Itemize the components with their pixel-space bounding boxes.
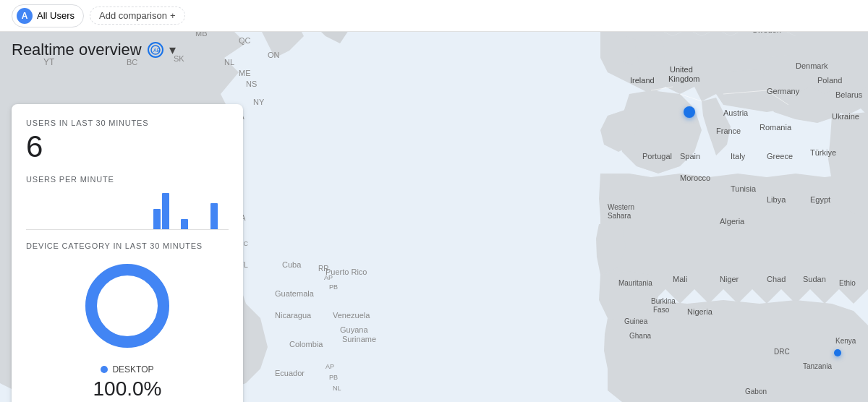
svg-text:Venezuela: Venezuela (333, 311, 370, 320)
legend-dot-desktop (101, 366, 108, 373)
svg-text:Guyana: Guyana (340, 325, 368, 334)
device-category-label: DEVICE CATEGORY IN LAST 30 MINUTES (26, 241, 229, 250)
svg-text:Greece: Greece (767, 152, 793, 161)
dropdown-arrow[interactable]: ▾ (169, 42, 176, 58)
svg-text:Germany: Germany (767, 87, 800, 95)
users-per-minute-label: USERS PER MINUTE (26, 175, 229, 184)
svg-text:Ghana: Ghana (629, 332, 651, 340)
svg-text:Belarus: Belarus (835, 90, 863, 99)
svg-text:ON: ON (268, 51, 280, 59)
svg-text:Spain: Spain (680, 152, 700, 161)
svg-text:Nigeria: Nigeria (687, 307, 713, 316)
svg-text:Mali: Mali (673, 275, 687, 283)
svg-text:NY: NY (253, 98, 265, 106)
svg-text:Nicaragua: Nicaragua (275, 311, 312, 320)
svg-text:AP: AP (326, 363, 334, 370)
page-title-area: Realtime overview AB ▾ (12, 32, 176, 65)
svg-text:Kingdom: Kingdom (668, 74, 699, 83)
users-per-minute-chart (26, 187, 229, 230)
svg-text:Colombia: Colombia (289, 340, 323, 348)
svg-text:Ukraine: Ukraine (832, 112, 859, 121)
svg-text:PB: PB (329, 374, 338, 381)
svg-text:Ethio: Ethio (839, 279, 856, 287)
svg-text:Ireland: Ireland (630, 76, 655, 85)
svg-text:Morocco: Morocco (680, 174, 710, 182)
svg-text:Ecuador: Ecuador (275, 369, 305, 377)
device-type-label: DESKTOP (112, 364, 153, 375)
all-users-button[interactable]: A All Users (12, 4, 84, 27)
device-legend: DESKTOP (101, 364, 153, 375)
svg-text:Gabon: Gabon (745, 388, 767, 395)
svg-text:Italy: Italy (731, 152, 746, 161)
uk-location-dot (684, 106, 695, 118)
stats-card: USERS IN LAST 30 MINUTES 6 USERS PER MIN… (12, 104, 243, 402)
kenya-location-dot (834, 349, 841, 356)
svg-text:NS: NS (246, 80, 257, 88)
svg-text:Guatemala: Guatemala (275, 289, 315, 298)
verified-badge: AB (148, 42, 163, 58)
svg-text:Faso: Faso (653, 306, 670, 314)
svg-point-95 (91, 270, 163, 342)
svg-text:Kenya: Kenya (835, 337, 856, 345)
add-comparison-label: Add comparison (99, 10, 167, 21)
svg-text:Egypt: Egypt (810, 195, 830, 204)
svg-text:NL: NL (224, 58, 234, 67)
svg-text:Austria: Austria (723, 108, 749, 117)
svg-text:Niger: Niger (720, 275, 739, 283)
svg-text:Poland: Poland (817, 76, 842, 85)
users-30min-value: 6 (26, 130, 229, 163)
verified-icon-container: AB (148, 42, 163, 58)
donut-chart-container: DESKTOP 100.0% (26, 259, 229, 401)
svg-text:Chad: Chad (767, 275, 786, 283)
svg-text:Sudan: Sudan (803, 275, 826, 283)
svg-text:Western: Western (608, 203, 634, 211)
svg-text:Tanzania: Tanzania (803, 362, 832, 370)
svg-text:Guinea: Guinea (624, 317, 648, 325)
svg-text:France: France (716, 127, 741, 135)
svg-text:Algeria: Algeria (720, 217, 745, 226)
svg-text:Mauritania: Mauritania (618, 279, 652, 287)
svg-text:Suriname: Suriname (342, 335, 376, 343)
svg-text:Portugal: Portugal (642, 152, 672, 161)
all-users-label: All Users (37, 10, 75, 21)
svg-text:Cuba: Cuba (282, 260, 302, 269)
svg-text:Türkiye: Türkiye (810, 148, 836, 157)
donut-chart (80, 259, 174, 353)
svg-text:ME: ME (239, 69, 251, 77)
svg-text:Sahara: Sahara (608, 212, 631, 220)
page-title: Realtime overview (12, 40, 142, 59)
svg-text:Libya: Libya (767, 195, 786, 204)
avatar: A (17, 8, 33, 24)
svg-text:United: United (670, 65, 693, 74)
svg-text:PB: PB (329, 283, 338, 291)
add-comparison-button[interactable]: Add comparison + (90, 7, 185, 25)
top-bar: A All Users Add comparison + (0, 0, 868, 32)
svg-text:Denmark: Denmark (796, 61, 828, 70)
svg-text:Romania: Romania (760, 123, 792, 132)
svg-text:DRC: DRC (774, 348, 790, 356)
users-30min-label: USERS IN LAST 30 MINUTES (26, 119, 229, 127)
svg-text:AB: AB (153, 48, 161, 53)
svg-text:Puerto Rico: Puerto Rico (326, 268, 367, 276)
svg-text:Burkina: Burkina (651, 297, 676, 305)
svg-text:NL: NL (333, 385, 341, 392)
add-icon: + (170, 10, 176, 21)
svg-text:QC: QC (239, 36, 251, 45)
svg-text:Tunisia: Tunisia (731, 184, 757, 193)
device-percentage: 100.0% (93, 377, 162, 401)
